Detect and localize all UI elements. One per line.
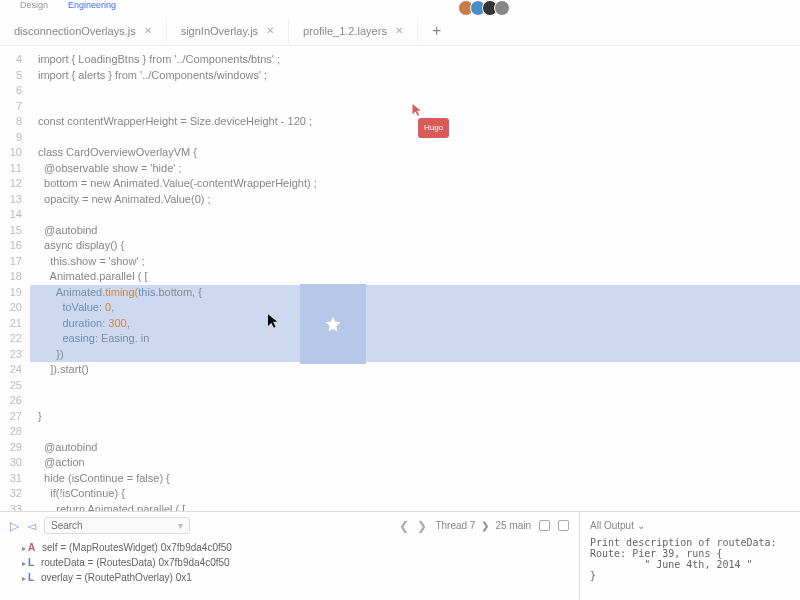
debug-search[interactable]: ▾ — [44, 517, 190, 534]
debug-toolbar: ▷ ◅ ▾ ❮ ❯ Thread 7 ❯ 25 main — [10, 517, 569, 534]
code-line: return Animated.parallel ( [ — [30, 502, 800, 512]
remote-cursor-label: Hugo — [418, 118, 449, 138]
close-icon[interactable]: ✕ — [395, 25, 403, 36]
top-nav: Design Engineering — [0, 0, 800, 8]
nav-engineering[interactable]: Engineering — [68, 0, 116, 8]
code-line — [30, 424, 800, 440]
tab-label: signInOverlay.js — [181, 25, 258, 37]
code-line: } — [30, 409, 800, 425]
code-line: if(!isContinue) { — [30, 486, 800, 502]
add-tab-button[interactable]: + — [418, 18, 455, 44]
debug-output: All Output ⌄ Print description of routeD… — [580, 512, 800, 600]
code-line: async display() { — [30, 238, 800, 254]
code-line — [30, 393, 800, 409]
code-line-highlighted: }) — [30, 347, 800, 363]
code-line: hide (isContinue = false) { — [30, 471, 800, 487]
code-line: import { alerts } from '../Components/wi… — [30, 68, 800, 84]
code-line — [30, 130, 800, 146]
output-line: Print description of routeData: — [590, 537, 790, 548]
output-line: Route: Pier 39, runs { — [590, 548, 790, 559]
thread-nav-icon[interactable]: ❯ — [417, 519, 427, 533]
output-header[interactable]: All Output ⌄ — [590, 520, 790, 531]
search-input[interactable] — [51, 520, 178, 531]
layout-icon[interactable] — [558, 520, 569, 531]
local-cursor-icon — [268, 314, 278, 333]
tab-file[interactable]: signInOverlay.js✕ — [167, 19, 289, 43]
code-line: Animated.parallel ( [ — [30, 269, 800, 285]
code-line-highlighted: duration: 300, — [30, 316, 800, 332]
close-icon[interactable]: ✕ — [266, 25, 274, 36]
chevron-icon: ⌄ — [637, 520, 645, 531]
cursor-icon — [412, 104, 422, 116]
editor[interactable]: 4567891011121314151617181920212223242526… — [0, 46, 800, 511]
code-line: bottom = new Animated.Value(-contentWrap… — [30, 176, 800, 192]
code-line: this.show = 'show' ; — [30, 254, 800, 270]
filter-icon[interactable]: ▾ — [178, 520, 183, 531]
code-line — [30, 83, 800, 99]
presence-avatars — [462, 0, 510, 16]
star-marker[interactable] — [300, 284, 366, 364]
avatar[interactable] — [494, 0, 510, 16]
tab-label: disconnectionOverlays.js — [14, 25, 136, 37]
close-icon[interactable]: ✕ — [144, 25, 152, 36]
code-line-highlighted: Animated.timing(this.bottom, { — [30, 285, 800, 301]
code-line: @observable show = 'hide' ; — [30, 161, 800, 177]
code-line-highlighted: toValue: 0, — [30, 300, 800, 316]
tab-file[interactable]: profile_1.2.layers✕ — [289, 19, 418, 43]
code-line: @action — [30, 455, 800, 471]
variable-row[interactable]: ▸L overlay = (RoutePathOverlay) 0x1 — [10, 570, 569, 585]
send-icon[interactable]: ◅ — [27, 519, 36, 533]
output-line: } — [590, 570, 790, 581]
variable-row[interactable]: ▸A self = (MapRoutesWidget) 0x7fb9da4c0f… — [10, 540, 569, 555]
debug-panel: ▷ ◅ ▾ ❮ ❯ Thread 7 ❯ 25 main ▸A self = (… — [0, 511, 800, 600]
code-line — [30, 207, 800, 223]
layout-icon[interactable] — [539, 520, 550, 531]
code-line: opacity = new Animated.Value(0) ; — [30, 192, 800, 208]
line-gutter: 4567891011121314151617181920212223242526… — [0, 46, 30, 511]
code-line: import { LoadingBtns } from '../Componen… — [30, 52, 800, 68]
code-line — [30, 378, 800, 394]
code-area[interactable]: import { LoadingBtns } from '../Componen… — [30, 46, 800, 511]
star-icon — [324, 315, 342, 333]
code-line: ]).start() — [30, 362, 800, 378]
thread-nav-icon[interactable]: ❮ — [399, 519, 409, 533]
tab-file[interactable]: disconnectionOverlays.js✕ — [0, 19, 167, 43]
output-line: " June 4th, 2014 " — [590, 559, 790, 570]
code-line: class CardOverviewOverlayVM { — [30, 145, 800, 161]
thread-label[interactable]: Thread 7 ❯ 25 main — [435, 520, 531, 531]
nav-design[interactable]: Design — [20, 0, 48, 8]
tab-label: profile_1.2.layers — [303, 25, 387, 37]
remote-cursor: Hugo — [412, 104, 422, 121]
code-line-highlighted: easing: Easing. in — [30, 331, 800, 347]
debug-variables: ▷ ◅ ▾ ❮ ❯ Thread 7 ❯ 25 main ▸A self = (… — [0, 512, 580, 600]
variable-row[interactable]: ▸L routeData = (RoutesData) 0x7fb9da4c0f… — [10, 555, 569, 570]
code-line: @autobind — [30, 223, 800, 239]
step-icon[interactable]: ▷ — [10, 519, 19, 533]
code-line: @autobind — [30, 440, 800, 456]
tab-bar: disconnectionOverlays.js✕ signInOverlay.… — [0, 16, 800, 46]
